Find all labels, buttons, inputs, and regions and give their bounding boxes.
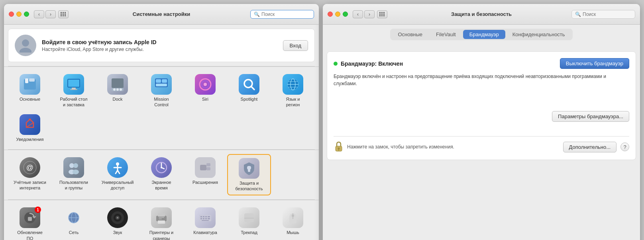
help-button[interactable]: ? — [620, 142, 629, 151]
icon-item-spotlight[interactable]: Spotlight — [227, 71, 271, 111]
icon-item-screen-time[interactable]: Экранноевремя — [139, 154, 183, 196]
user-avatar-icon — [20, 38, 31, 53]
svg-point-11 — [113, 88, 116, 91]
firewall-options-button[interactable]: Параметры брандмауэра... — [552, 111, 629, 122]
icon-updates: 1 — [20, 207, 40, 228]
minimize-button[interactable] — [16, 12, 22, 17]
icon-item-desktop[interactable]: Рабочий столи заставка — [52, 71, 96, 111]
icon-label-security: Защита ибезопасность — [235, 180, 263, 192]
icon-users — [63, 157, 84, 178]
svg-point-44 — [161, 167, 162, 168]
icon-label-network: Сеть — [69, 230, 79, 235]
advanced-button[interactable]: Дополнительно... — [563, 142, 617, 152]
svg-point-33 — [73, 163, 78, 168]
svg-rect-3 — [25, 78, 28, 83]
search-input-right[interactable] — [583, 12, 632, 17]
svg-rect-73 — [205, 218, 207, 219]
close-button-right[interactable] — [328, 12, 333, 17]
back-button[interactable]: ‹ — [34, 10, 44, 18]
icon-item-accounts[interactable]: @ Учётные записиинтернета — [8, 154, 52, 196]
search-box-right[interactable]: 🔍 — [571, 10, 635, 19]
bottom-bar: Нажмите на замок, чтобы запретить измене… — [334, 136, 629, 153]
icon-item-printers[interactable]: Принтеры исканеры — [139, 204, 183, 240]
tab-filevault[interactable]: FileVault — [430, 30, 462, 39]
traffic-lights-right — [328, 12, 348, 17]
minimize-button-right[interactable] — [335, 12, 340, 17]
icon-universal — [107, 157, 128, 178]
icon-item-security[interactable]: Защита ибезопасность — [227, 154, 271, 196]
icons-section-3: 1 ОбновлениеПО Сеть — [4, 200, 319, 240]
icon-label-language: Язык ирегион — [286, 96, 300, 108]
disable-firewall-button[interactable]: Выключить брандмауэр — [560, 58, 629, 69]
icon-item-mission[interactable]: MissionControl — [139, 71, 183, 111]
svg-rect-16 — [162, 79, 167, 83]
grid-view-button-right[interactable] — [377, 10, 387, 18]
svg-point-20 — [204, 83, 207, 86]
tab-brandmauer[interactable]: Брандмауэр — [463, 30, 505, 39]
search-input[interactable] — [261, 12, 310, 17]
svg-rect-75 — [202, 220, 209, 221]
tab-osnovnye[interactable]: Основные — [391, 30, 429, 39]
security-window: ‹ › Защита и безопасность 🔍 Основные Fil… — [323, 4, 640, 240]
icons-section-1: Основные Рабочий столи заставка — [4, 66, 319, 149]
maximize-button[interactable] — [24, 12, 29, 17]
forward-button[interactable]: › — [45, 10, 56, 18]
system-preferences-window: ‹ › Системные настройки 🔍 Войдите в свою… — [4, 4, 319, 240]
icon-label-mission: MissionControl — [154, 96, 169, 108]
svg-rect-47 — [206, 167, 210, 170]
icon-item-keyboard[interactable]: Клавиатура — [183, 204, 227, 240]
icon-label-users: Пользователии группы — [59, 180, 88, 191]
forward-button-right[interactable]: › — [364, 10, 375, 18]
search-box[interactable]: 🔍 — [250, 10, 314, 19]
svg-rect-28 — [29, 119, 31, 120]
svg-rect-72 — [203, 218, 204, 219]
icon-mission — [151, 74, 172, 95]
traffic-lights — [9, 12, 29, 17]
titlebar-right: ‹ › Защита и безопасность 🔍 — [323, 4, 640, 25]
firewall-panel: Брандмауэр: Включен Выключить брандмауэр… — [327, 51, 636, 160]
apple-id-heading: Войдите в свою учётную запись Apple ID — [42, 39, 157, 45]
icon-spotlight — [239, 74, 259, 95]
grid-icon-right — [379, 12, 385, 16]
firewall-description: Брандмауэр включён и настроен на предотв… — [334, 73, 629, 87]
icon-label-dock: Dock — [112, 96, 122, 102]
icon-label-universal: Универсальныйдоступ — [102, 180, 134, 191]
nav-buttons: ‹ › — [34, 10, 56, 18]
svg-rect-46 — [206, 163, 210, 166]
icons-grid-2: @ Учётные записиинтернета Пользователии … — [8, 152, 315, 198]
svg-rect-45 — [200, 165, 206, 170]
lock-icon[interactable] — [334, 140, 344, 153]
icon-item-users[interactable]: Пользователии группы — [52, 154, 96, 196]
maximize-button-right[interactable] — [343, 12, 348, 17]
svg-point-60 — [117, 217, 118, 219]
icon-item-notifications[interactable]: Уведомления — [8, 111, 52, 145]
icon-item-updates[interactable]: 1 ОбновлениеПО — [8, 204, 52, 240]
icon-item-dock[interactable]: Dock — [96, 71, 139, 111]
svg-line-29 — [26, 123, 33, 127]
icon-item-extensions[interactable]: Расширения — [183, 154, 227, 196]
icon-item-trackpad[interactable]: Трекпад — [227, 204, 271, 240]
svg-rect-52 — [28, 217, 32, 221]
icon-item-osnovnye[interactable]: Основные — [8, 71, 52, 111]
svg-rect-63 — [158, 220, 165, 224]
icon-item-universal[interactable]: Универсальныйдоступ — [96, 154, 139, 196]
icon-item-mouse[interactable]: Мышь — [271, 204, 315, 240]
login-button[interactable]: Вход — [283, 40, 308, 51]
icon-label-accounts: Учётные записиинтернета — [14, 180, 46, 191]
svg-rect-9 — [112, 78, 124, 88]
icon-extensions — [195, 157, 216, 178]
icon-printers — [151, 207, 172, 228]
tab-privacy[interactable]: Конфиденциальность — [506, 30, 571, 39]
svg-point-0 — [22, 39, 29, 47]
icon-item-network[interactable]: Сеть — [52, 204, 96, 240]
icon-item-siri[interactable]: Siri — [183, 71, 227, 111]
back-button-right[interactable]: ‹ — [353, 10, 363, 18]
icon-item-sound[interactable]: Звук — [96, 204, 139, 240]
close-button[interactable] — [9, 12, 14, 17]
icon-item-language[interactable]: Язык ирегион — [271, 71, 315, 111]
icon-trackpad — [239, 207, 259, 228]
svg-line-22 — [251, 86, 254, 90]
grid-view-button[interactable] — [58, 10, 69, 18]
svg-rect-62 — [158, 213, 165, 217]
svg-rect-69 — [205, 216, 207, 217]
